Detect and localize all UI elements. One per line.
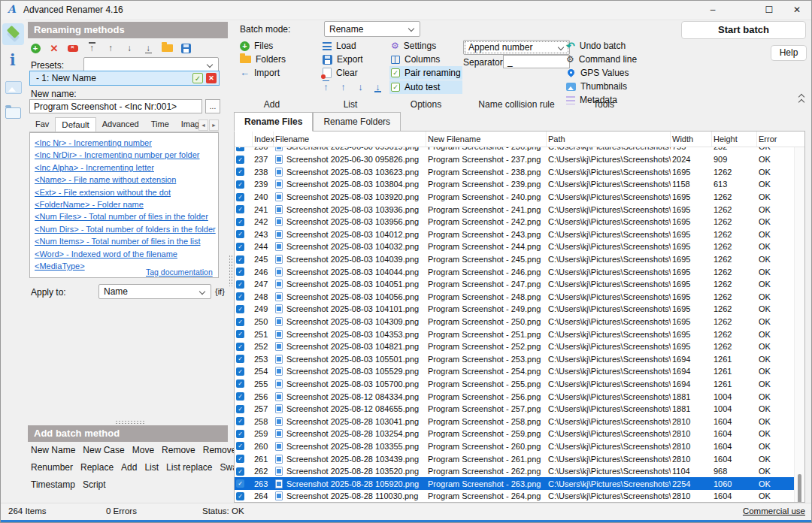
gps-values-button[interactable]: GPS Values xyxy=(566,67,629,79)
tab-rename-folders[interactable]: Rename Folders xyxy=(313,112,401,132)
table-row[interactable]: ✓254Screenshot 2025-08-03 105529.pngProg… xyxy=(235,365,804,378)
add-method-move[interactable]: Move xyxy=(132,445,154,455)
row-checkbox[interactable]: ✓ xyxy=(236,156,244,164)
tag-link[interactable]: <Ext> - File extension without the dot xyxy=(35,186,214,198)
remove-method-button[interactable]: ✕ xyxy=(48,42,60,54)
tag-link[interactable]: <Inc Nr> - Incrementing number xyxy=(35,137,214,149)
table-row[interactable]: ✓242Screenshot 2025-08-03 103956.pngProg… xyxy=(235,216,804,228)
table-row[interactable]: ✓248Screenshot 2025-08-03 104056.pngProg… xyxy=(235,291,804,304)
presets-select[interactable] xyxy=(83,57,219,72)
row-checkbox[interactable]: ✓ xyxy=(236,255,244,264)
table-row[interactable]: ✓263Screenshot 2025-08-28 105920.pngProg… xyxy=(235,477,804,490)
table-row[interactable]: ✓237Screenshot 2025-06-30 095826.pngProg… xyxy=(235,153,804,166)
table-row[interactable]: ✓250Screenshot 2025-08-03 104309.pngProg… xyxy=(235,316,804,328)
add-method-timestamp[interactable]: Timestamp xyxy=(31,479,75,490)
table-row[interactable]: ✓240Screenshot 2025-08-03 103920.pngProg… xyxy=(235,191,804,204)
sidebar-item-methods[interactable] xyxy=(2,23,24,45)
table-row[interactable]: ✓252Screenshot 2025-08-03 104821.pngProg… xyxy=(235,340,804,353)
maximize-button[interactable]: ☐ xyxy=(755,1,783,20)
row-checkbox[interactable]: ✓ xyxy=(236,442,244,450)
table-row[interactable]: ✓239Screenshot 2025-08-03 103804.pngProg… xyxy=(235,178,804,191)
tag-documentation-link[interactable]: Tag documentation xyxy=(146,268,213,520)
folder-panel-icon[interactable] xyxy=(5,107,21,119)
column-header-new-filename[interactable]: New Filename xyxy=(426,132,547,147)
move-up-button[interactable]: ↑ xyxy=(338,81,348,92)
tag-tab-time[interactable]: Time xyxy=(145,117,175,132)
row-checkbox[interactable]: ✓ xyxy=(236,405,244,413)
settings-button[interactable]: ⚙Settings xyxy=(391,40,436,52)
load-list-button[interactable]: Load xyxy=(323,40,356,52)
row-checkbox[interactable]: ✓ xyxy=(236,318,244,326)
tag-link[interactable]: <Word> - Indexed word of the filename xyxy=(35,248,214,260)
row-checkbox[interactable]: ✓ xyxy=(236,205,244,213)
table-row[interactable]: ✓264Screenshot 2025-08-28 110030.pngProg… xyxy=(235,490,804,503)
minimize-button[interactable]: – xyxy=(698,1,727,20)
row-checkbox[interactable]: ✓ xyxy=(236,230,244,238)
table-row[interactable]: ✓257Screenshot 2025-08-12 084655.pngProg… xyxy=(235,403,804,416)
column-header-filename[interactable]: Filename xyxy=(274,132,426,147)
horizontal-splitter[interactable] xyxy=(115,420,145,424)
open-preset-button[interactable] xyxy=(161,42,173,54)
tag-link[interactable]: <Num Items> - Total number of files in t… xyxy=(35,235,214,247)
row-checkbox[interactable]: ✓ xyxy=(236,243,244,251)
tag-link[interactable]: <Num Files> - Total number of files in t… xyxy=(35,210,214,222)
table-row[interactable]: ✓249Screenshot 2025-08-03 104101.pngProg… xyxy=(235,303,804,316)
add-method-list-replace[interactable]: List replace xyxy=(166,462,212,473)
help-button[interactable]: Help xyxy=(771,45,807,61)
tag-tab-default[interactable]: Default xyxy=(55,117,95,132)
tab-rename-files[interactable]: Rename Files xyxy=(234,112,313,132)
column-header-error[interactable]: Error xyxy=(757,132,795,147)
row-checkbox[interactable]: ✓ xyxy=(236,292,244,301)
row-checkbox[interactable]: ✓ xyxy=(236,430,244,438)
add-method-add[interactable]: Add xyxy=(121,462,137,473)
method-item-new-name[interactable]: - 1: New Name ✓ ✕ xyxy=(29,71,220,86)
row-checkbox[interactable]: ✓ xyxy=(236,379,244,388)
move-bottom-button[interactable]: ↓ xyxy=(373,81,383,92)
column-header-index[interactable]: Index xyxy=(253,132,274,147)
table-row[interactable]: ✓260Screenshot 2025-08-28 103355.pngProg… xyxy=(235,440,804,453)
separator-input[interactable]: _ xyxy=(503,55,570,68)
tag-link[interactable]: <FolderName> - Folder name xyxy=(35,198,214,210)
move-method-bottom-button[interactable]: ↓ xyxy=(142,42,154,54)
tag-link[interactable]: <Inc NrDir> - Incrementing number per fo… xyxy=(35,149,214,161)
table-row[interactable]: ✓238Screenshot 2025-08-03 103623.pngProg… xyxy=(235,166,804,179)
move-top-button[interactable]: ↑ xyxy=(321,81,331,92)
apply-to-select[interactable]: Name xyxy=(98,284,211,299)
move-down-button[interactable]: ↓ xyxy=(356,81,365,92)
browse-pattern-button[interactable]: ... xyxy=(205,99,220,113)
table-row[interactable]: ✓243Screenshot 2025-08-03 104012.pngProg… xyxy=(235,228,804,241)
move-method-top-button[interactable]: ↑ xyxy=(86,42,98,54)
row-checkbox[interactable]: ✓ xyxy=(236,330,244,338)
row-checkbox[interactable]: ✓ xyxy=(236,147,244,151)
tag-link[interactable]: <Num Dirs> - Total number of folders in … xyxy=(35,223,214,235)
column-header-height[interactable]: Height xyxy=(712,132,757,147)
pair-renaming-checkbox[interactable]: ✓Pair renaming xyxy=(389,66,462,80)
row-checkbox[interactable]: ✓ xyxy=(236,455,244,463)
row-checkbox[interactable]: ✓ xyxy=(236,280,244,289)
command-line-button[interactable]: ⚙Command line xyxy=(566,53,637,65)
vertical-splitter[interactable] xyxy=(229,255,232,286)
batch-mode-select[interactable]: Rename xyxy=(324,21,420,37)
row-checkbox[interactable]: ✓ xyxy=(236,467,244,476)
move-method-down-button[interactable]: ↓ xyxy=(123,42,135,54)
table-row[interactable]: ✓251Screenshot 2025-08-03 104353.pngProg… xyxy=(235,328,804,340)
collision-rule-select[interactable]: Append number xyxy=(463,40,570,55)
column-header-path[interactable]: Path xyxy=(547,132,671,147)
method-enabled-checkbox[interactable]: ✓ xyxy=(192,73,203,83)
image-preview-icon[interactable] xyxy=(5,81,22,94)
remove-all-methods-button[interactable] xyxy=(67,42,79,54)
export-list-button[interactable]: Export xyxy=(323,53,363,65)
method-remove-button[interactable]: ✕ xyxy=(206,73,217,83)
tag-link[interactable]: <Inc Alpha> - Incrementing letter xyxy=(35,162,214,174)
info-icon[interactable]: i xyxy=(10,53,16,68)
import-button[interactable]: ←Import xyxy=(240,67,280,79)
table-row[interactable]: ✓259Screenshot 2025-08-28 103254.pngProg… xyxy=(235,428,804,440)
new-name-input[interactable]: Program Screenshot - <Inc Nr:001> xyxy=(29,99,202,113)
add-method-new-case[interactable]: New Case xyxy=(83,445,124,455)
move-method-up-button[interactable]: ↑ xyxy=(105,42,117,54)
add-method-replace[interactable]: Replace xyxy=(80,462,114,473)
collapse-toolbar-icon[interactable] xyxy=(796,94,807,104)
thumbnails-button[interactable]: Thumbnails xyxy=(566,80,627,92)
start-batch-button[interactable]: Start batch xyxy=(681,21,806,39)
undo-batch-button[interactable]: ↶Undo batch xyxy=(566,40,626,52)
